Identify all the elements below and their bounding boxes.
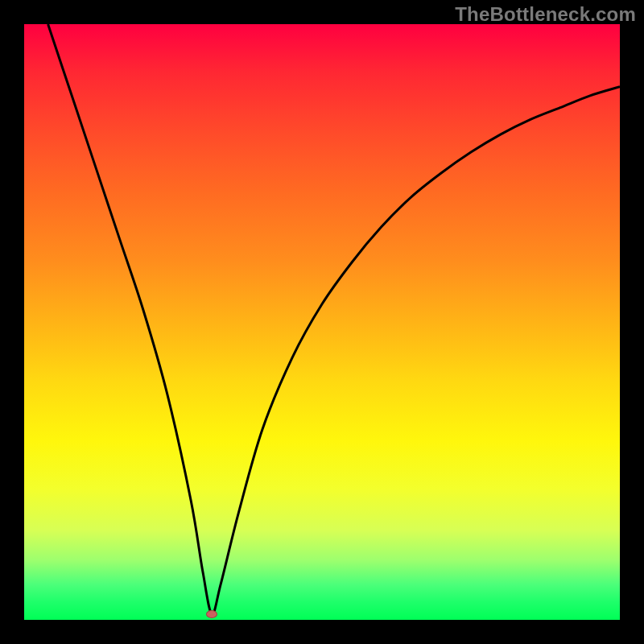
chart-frame: TheBottleneck.com xyxy=(0,0,644,644)
plot-area xyxy=(24,24,620,620)
optimum-marker xyxy=(206,610,217,618)
watermark-text: TheBottleneck.com xyxy=(455,3,636,26)
curve-svg xyxy=(24,24,620,620)
bottleneck-curve-path xyxy=(48,24,620,614)
